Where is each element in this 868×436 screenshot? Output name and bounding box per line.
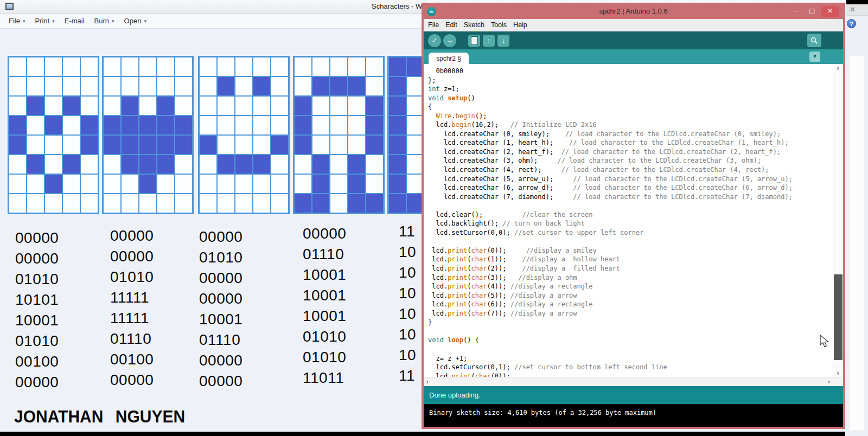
code-line[interactable]	[428, 327, 832, 336]
menu-burn[interactable]: Burn ▾	[94, 17, 114, 25]
code-line[interactable]: lcd.begin(16,2); // Initialize LCD 2x16	[428, 120, 832, 130]
serial-monitor-button[interactable]	[807, 34, 821, 47]
code-line[interactable]: Wire.begin();	[428, 112, 832, 121]
menu-file[interactable]: File	[428, 21, 439, 29]
code-line[interactable]: lcd.createChar (0, smiley); // load char…	[428, 130, 832, 139]
code-line[interactable]: void loop() {	[428, 336, 832, 345]
binary-column-5: 1110101010101011	[399, 221, 416, 386]
code-line[interactable]: int z=1;	[428, 85, 832, 94]
pixel-cell	[253, 97, 270, 115]
menu-tools[interactable]: Tools	[491, 21, 507, 29]
pixel-cell	[27, 97, 44, 115]
binary-value: 01110	[199, 330, 242, 350]
code-line[interactable]: 0b00000	[428, 67, 832, 76]
code-line[interactable]: lcd.backlight(); // turn on back light	[428, 219, 832, 228]
binary-value: 10001	[303, 306, 346, 326]
menu-open[interactable]: Open ▾	[124, 17, 146, 25]
pixel-cell	[63, 194, 80, 213]
code-line[interactable]: {	[428, 102, 832, 112]
code-line[interactable]: z= z +1;	[428, 354, 832, 363]
tab-menu-button[interactable]: ▼	[809, 52, 820, 62]
pixel-cell	[104, 155, 120, 174]
pixel-cell	[253, 136, 270, 154]
close-icon[interactable]: ✕	[850, 5, 856, 14]
pixel-cell	[366, 77, 383, 95]
menu-file[interactable]: File ▾	[9, 17, 25, 25]
maximize-button[interactable]: ▢	[805, 6, 819, 17]
arduino-tabstrip: spchr2 § ▼	[424, 49, 843, 64]
code-line[interactable]: lcd.print(char(1)); //display a hollow h…	[428, 255, 832, 264]
menu-email[interactable]: E-mail	[65, 17, 85, 25]
save-sketch-button[interactable]: ↓	[497, 35, 509, 47]
code-line[interactable]: lcd.createChar (6, arrow_d); // load cha…	[428, 183, 832, 193]
binary-value: 00100	[15, 351, 59, 372]
verify-button[interactable]: ✓	[428, 34, 441, 47]
pixel-grid-rect-partial	[387, 56, 425, 214]
pixel-cell	[295, 155, 311, 174]
scroll-down-icon[interactable]: ∨	[833, 370, 843, 376]
upload-button[interactable]: →	[443, 34, 456, 47]
binary-value: 10001	[303, 265, 346, 285]
pixel-cell	[122, 136, 138, 154]
code-line[interactable]: }	[428, 318, 832, 327]
code-line[interactable]: lcd.setCursor(0,1); //set cursor to bott…	[428, 363, 832, 372]
pixel-cell	[139, 97, 156, 115]
code-line[interactable]: lcd.print(char(0)); //display a smiley	[428, 246, 832, 255]
pixel-cell	[235, 194, 252, 213]
pixel-cell	[9, 77, 26, 95]
menu-edit[interactable]: Edit	[445, 21, 457, 29]
scroll-left-icon[interactable]: ‹	[426, 377, 429, 386]
code-line[interactable]	[428, 237, 832, 246]
scroll-up-icon[interactable]: ∧	[833, 65, 843, 71]
code-line[interactable]: lcd.print(char(6)); //display a rectangl…	[428, 300, 832, 309]
code-line[interactable]	[428, 201, 832, 210]
horizontal-scrollbar[interactable]: ‹ ›	[424, 377, 843, 386]
code-line[interactable]: lcd.print(char(2)); //display a filled h…	[428, 264, 832, 273]
close-button[interactable]: ✕	[821, 6, 839, 17]
code-line[interactable]: lcd.print(char(0));	[428, 372, 832, 377]
pixel-cell	[157, 136, 174, 154]
pixel-cell	[175, 175, 192, 193]
pixel-cell	[122, 194, 138, 213]
code-line[interactable]: lcd.createChar (5, arrow_u); // load cha…	[428, 175, 832, 184]
dropdown-arrow-icon: ▾	[23, 18, 25, 24]
binary-value: 11	[399, 366, 416, 386]
pixel-cell	[139, 57, 156, 76]
code-line[interactable]: lcd.clear(); //clear the screen	[428, 210, 832, 220]
code-line[interactable]: lcd.createChar (4, rect); // load charac…	[428, 165, 832, 175]
open-sketch-button[interactable]: ↑	[483, 35, 495, 47]
code-line[interactable]: lcd.setCursor(0,0); //set cursor to uppe…	[428, 228, 832, 238]
background-window-sliver: ✕ ?	[845, 4, 868, 436]
code-line[interactable]	[428, 345, 832, 354]
pixel-cell	[9, 194, 26, 213]
pixel-cell	[312, 175, 329, 193]
help-icon[interactable]: ?	[847, 19, 856, 28]
scroll-right-icon[interactable]: ›	[828, 377, 830, 386]
new-sketch-button[interactable]	[468, 35, 480, 47]
code-editor[interactable]: 0b00000};int z=1;void setup(){ Wire.begi…	[428, 67, 832, 377]
pixel-cell	[389, 175, 406, 193]
code-line[interactable]: lcd.print(char(3)); //display a ohm	[428, 273, 832, 283]
code-line[interactable]: lcd.print(char(5)); //display a arrow	[428, 291, 832, 300]
code-line[interactable]: lcd.createChar (1, heart_h); // load cha…	[428, 138, 832, 148]
pixel-cell	[330, 194, 347, 213]
pixel-cell	[218, 155, 234, 174]
code-line[interactable]: void setup()	[428, 94, 832, 103]
vertical-scrollbar-thumb[interactable]	[834, 274, 843, 360]
code-line[interactable]: lcd.createChar (2, heart_f); // load cha…	[428, 148, 832, 157]
pixel-cell	[175, 97, 192, 115]
background-window-titlebar	[845, 4, 868, 16]
pixel-cell	[27, 155, 44, 174]
code-line[interactable]: lcd.print(char(4)); //display a rectangl…	[428, 282, 832, 291]
menu-help[interactable]: Help	[513, 21, 527, 29]
code-line[interactable]: lcd.createChar (7, diamond); // load cha…	[428, 193, 832, 202]
pixel-cell	[81, 77, 98, 95]
code-line[interactable]: lcd.print(char(7)); //display a arrow	[428, 309, 832, 318]
code-line[interactable]: };	[428, 76, 832, 85]
code-line[interactable]: lcd.createChar (3, ohm); // load charact…	[428, 156, 832, 165]
minimize-button[interactable]: –	[789, 6, 803, 17]
vertical-scrollbar[interactable]: ∧ ∨	[833, 64, 843, 377]
menu-print[interactable]: Print ▾	[35, 17, 54, 25]
menu-sketch[interactable]: Sketch	[464, 21, 484, 29]
tab-spchr2[interactable]: spchr2 §	[429, 53, 469, 64]
